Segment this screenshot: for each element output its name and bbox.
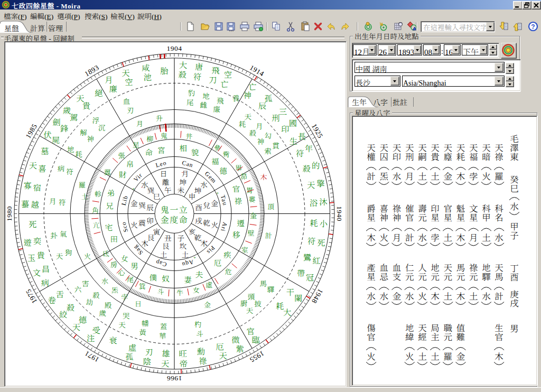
svg-text:+: +	[132, 185, 135, 192]
svg-text:死: 死	[29, 218, 36, 229]
svg-text:氐: 氐	[102, 248, 109, 258]
svg-text:胎: 胎	[160, 64, 169, 76]
svg-text:張: 張	[118, 150, 125, 160]
svg-text:宅: 宅	[105, 221, 113, 232]
svg-text:木: 木	[260, 172, 267, 182]
svg-text:巳: 巳	[153, 191, 161, 201]
svg-text:名: 名	[495, 211, 503, 223]
svg-text:絕: 絕	[95, 87, 102, 98]
svg-text:土: 土	[431, 170, 440, 182]
svg-text:斗: 斗	[196, 328, 203, 339]
svg-text:疾: 疾	[223, 249, 231, 260]
svg-text:乾: 乾	[203, 217, 210, 228]
svg-text:旺: 旺	[179, 347, 186, 359]
svg-text:危: 危	[225, 266, 231, 276]
svg-text:難: 難	[456, 330, 465, 343]
svg-text:福: 福	[211, 155, 219, 166]
svg-text:喜: 喜	[38, 162, 46, 174]
svg-text:元: 元	[456, 270, 465, 283]
svg-text:暗: 暗	[482, 150, 491, 163]
svg-text:井: 井	[185, 131, 192, 141]
svg-text:微: 微	[231, 333, 239, 345]
svg-text:劫: 劫	[86, 296, 93, 307]
svg-text:駕: 駕	[70, 111, 78, 123]
svg-text:土: 土	[81, 191, 88, 201]
svg-text:耗: 耗	[310, 217, 318, 228]
svg-text:月: 月	[405, 170, 414, 182]
svg-text:病: 病	[41, 276, 49, 288]
svg-text:地: 地	[67, 144, 74, 154]
svg-text:狗: 狗	[65, 247, 72, 257]
svg-text:年: 年	[305, 142, 313, 154]
svg-text:夫: 夫	[195, 268, 203, 279]
svg-text:+: +	[216, 189, 219, 196]
svg-text:心: 心	[118, 267, 125, 277]
svg-text:辰: 辰	[146, 202, 154, 212]
svg-text:男: 男	[130, 260, 138, 271]
svg-text:星: 星	[444, 211, 453, 223]
svg-text:緯: 緯	[405, 330, 414, 343]
svg-text:嗣: 嗣	[418, 150, 427, 163]
svg-text:僕: 僕	[150, 272, 157, 283]
svg-text:移: 移	[232, 229, 240, 240]
svg-text:元: 元	[444, 330, 453, 343]
svg-text:祿: 祿	[495, 150, 503, 163]
svg-text:月: 月	[256, 120, 263, 131]
svg-text:福: 福	[469, 150, 478, 163]
svg-text:子: 子	[510, 229, 519, 241]
svg-text:-: -	[141, 183, 143, 190]
svg-text:殺: 殺	[67, 301, 74, 313]
svg-text:弟: 弟	[107, 187, 115, 198]
svg-text:養: 養	[232, 92, 240, 103]
svg-text:亡: 亡	[220, 78, 228, 89]
svg-text:刀: 刀	[209, 73, 217, 85]
svg-text:金: 金	[204, 300, 211, 310]
svg-text:水: 水	[510, 200, 519, 212]
svg-text:氣: 氣	[60, 228, 67, 239]
svg-text:昴: 昴	[240, 171, 247, 181]
svg-text:炁: 炁	[380, 170, 389, 182]
svg-text:帛: 帛	[126, 158, 134, 169]
svg-text:亥: 亥	[189, 226, 196, 237]
svg-text:權: 權	[367, 150, 376, 163]
svg-text:火: 火	[482, 170, 491, 182]
svg-text:廕: 廕	[444, 150, 453, 163]
svg-text:主: 主	[431, 330, 440, 343]
svg-text:浴: 浴	[310, 197, 318, 208]
svg-text:元: 元	[418, 211, 427, 223]
svg-text:房: 房	[110, 259, 117, 269]
svg-text:鬼: 鬼	[161, 130, 167, 141]
svg-text:丑: 丑	[164, 232, 172, 243]
svg-text:官: 官	[367, 330, 376, 343]
svg-text:神: 神	[244, 89, 251, 100]
svg-text:+: +	[193, 254, 196, 260]
svg-text:土: 土	[469, 290, 478, 302]
svg-text:厄: 厄	[214, 257, 222, 268]
svg-text:卯: 卯	[146, 215, 154, 226]
svg-text:月: 月	[393, 231, 402, 244]
svg-text:華: 華	[159, 330, 166, 341]
svg-text:闌: 闌	[294, 292, 302, 303]
svg-text:月: 月	[49, 195, 57, 206]
svg-text:星: 星	[456, 211, 465, 223]
svg-text:官: 官	[232, 183, 240, 194]
svg-text:劍: 劍	[52, 116, 60, 127]
svg-text:星: 星	[431, 211, 440, 223]
svg-text:土: 土	[444, 231, 453, 244]
svg-text:玉: 玉	[27, 251, 35, 263]
svg-text:奕: 奕	[33, 235, 42, 246]
svg-text:索: 索	[264, 145, 272, 156]
svg-text:貫: 貫	[272, 140, 280, 151]
svg-text:符: 符	[66, 166, 73, 176]
svg-text:宮: 宮	[157, 144, 165, 155]
svg-text:奴: 奴	[162, 273, 170, 284]
svg-text:黃: 黃	[139, 326, 146, 337]
svg-text:兄: 兄	[106, 200, 114, 211]
svg-text:國: 國	[289, 117, 297, 128]
svg-text:神: 神	[380, 211, 389, 223]
svg-text:廉: 廉	[213, 104, 220, 114]
svg-text:鋒: 鋒	[60, 122, 68, 134]
svg-text:忌: 忌	[380, 270, 389, 283]
svg-text:斗: 斗	[157, 286, 164, 296]
svg-text:昌: 昌	[42, 263, 50, 274]
